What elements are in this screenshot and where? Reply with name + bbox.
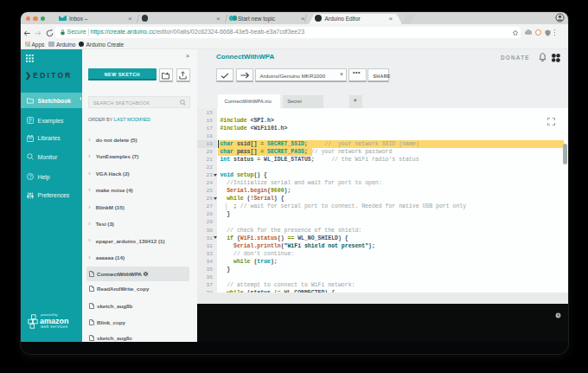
svg-text:?: ? — [29, 175, 31, 179]
